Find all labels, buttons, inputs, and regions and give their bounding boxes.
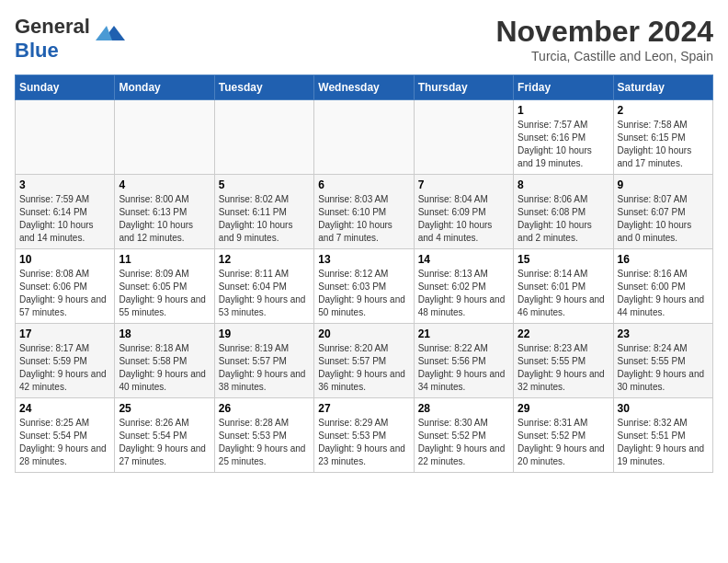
day-detail: Sunrise: 8:06 AM Sunset: 6:08 PM Dayligh… — [518, 193, 609, 245]
logo-icon — [96, 22, 125, 46]
day-detail: Sunrise: 8:08 AM Sunset: 6:06 PM Dayligh… — [19, 268, 110, 319]
day-detail: Sunrise: 8:31 AM Sunset: 5:52 PM Dayligh… — [518, 417, 609, 468]
day-number: 27 — [318, 402, 409, 415]
day-detail: Sunrise: 8:09 AM Sunset: 6:05 PM Dayligh… — [119, 268, 210, 319]
day-detail: Sunrise: 8:18 AM Sunset: 5:58 PM Dayligh… — [119, 342, 210, 394]
day-detail: Sunrise: 7:57 AM Sunset: 6:16 PM Dayligh… — [518, 119, 609, 170]
calendar-cell: 9Sunrise: 8:07 AM Sunset: 6:07 PM Daylig… — [613, 175, 712, 249]
calendar-cell — [314, 100, 414, 175]
calendar-cell: 16Sunrise: 8:16 AM Sunset: 6:00 PM Dayli… — [613, 249, 712, 324]
calendar-cell: 29Sunrise: 8:31 AM Sunset: 5:52 PM Dayli… — [514, 398, 613, 473]
calendar-header-row: SundayMondayTuesdayWednesdayThursdayFrid… — [16, 75, 713, 100]
day-detail: Sunrise: 8:26 AM Sunset: 5:54 PM Dayligh… — [119, 417, 210, 468]
day-number: 14 — [418, 253, 509, 266]
day-number: 3 — [19, 178, 110, 191]
day-detail: Sunrise: 8:13 AM Sunset: 6:02 PM Dayligh… — [418, 268, 509, 319]
title-block: November 2024 Turcia, Castille and Leon,… — [495, 15, 713, 63]
week-row-2: 3Sunrise: 7:59 AM Sunset: 6:14 PM Daylig… — [16, 175, 713, 249]
calendar-cell — [115, 100, 214, 175]
day-detail: Sunrise: 8:24 AM Sunset: 5:55 PM Dayligh… — [618, 342, 709, 394]
day-detail: Sunrise: 8:30 AM Sunset: 5:52 PM Dayligh… — [418, 417, 509, 468]
day-detail: Sunrise: 8:22 AM Sunset: 5:56 PM Dayligh… — [418, 342, 509, 394]
calendar-cell: 10Sunrise: 8:08 AM Sunset: 6:06 PM Dayli… — [16, 249, 115, 324]
day-detail: Sunrise: 8:16 AM Sunset: 6:00 PM Dayligh… — [618, 268, 709, 319]
day-number: 9 — [618, 178, 709, 191]
header: General Blue November 2024 Turcia, Casti… — [15, 15, 713, 63]
day-detail: Sunrise: 8:14 AM Sunset: 6:01 PM Dayligh… — [518, 268, 609, 319]
calendar-cell: 26Sunrise: 8:28 AM Sunset: 5:53 PM Dayli… — [214, 398, 313, 473]
calendar-cell: 17Sunrise: 8:17 AM Sunset: 5:59 PM Dayli… — [16, 324, 115, 398]
day-header-thursday: Thursday — [414, 75, 513, 100]
day-header-monday: Monday — [115, 75, 214, 100]
calendar-cell — [16, 100, 115, 175]
day-number: 20 — [318, 327, 409, 340]
calendar-cell: 7Sunrise: 8:04 AM Sunset: 6:09 PM Daylig… — [414, 175, 513, 249]
calendar-cell: 20Sunrise: 8:20 AM Sunset: 5:57 PM Dayli… — [314, 324, 414, 398]
day-number: 30 — [618, 402, 709, 415]
day-detail: Sunrise: 8:25 AM Sunset: 5:54 PM Dayligh… — [19, 417, 110, 468]
calendar-cell: 28Sunrise: 8:30 AM Sunset: 5:52 PM Dayli… — [414, 398, 513, 473]
day-detail: Sunrise: 8:29 AM Sunset: 5:53 PM Dayligh… — [318, 417, 409, 468]
day-number: 24 — [19, 402, 110, 415]
day-number: 4 — [119, 178, 210, 191]
day-header-sunday: Sunday — [16, 75, 115, 100]
day-detail: Sunrise: 8:28 AM Sunset: 5:53 PM Dayligh… — [219, 417, 310, 468]
day-header-saturday: Saturday — [613, 75, 712, 100]
calendar-cell: 22Sunrise: 8:23 AM Sunset: 5:55 PM Dayli… — [514, 324, 613, 398]
day-number: 13 — [318, 253, 409, 266]
logo: General Blue — [15, 15, 125, 63]
day-number: 17 — [19, 327, 110, 340]
calendar-cell: 25Sunrise: 8:26 AM Sunset: 5:54 PM Dayli… — [115, 398, 214, 473]
day-detail: Sunrise: 7:59 AM Sunset: 6:14 PM Dayligh… — [19, 193, 110, 245]
day-number: 15 — [518, 253, 609, 266]
week-row-3: 10Sunrise: 8:08 AM Sunset: 6:06 PM Dayli… — [16, 249, 713, 324]
day-detail: Sunrise: 8:19 AM Sunset: 5:57 PM Dayligh… — [219, 342, 310, 394]
calendar-cell: 30Sunrise: 8:32 AM Sunset: 5:51 PM Dayli… — [613, 398, 712, 473]
day-detail: Sunrise: 8:03 AM Sunset: 6:10 PM Dayligh… — [318, 193, 409, 245]
calendar-cell: 11Sunrise: 8:09 AM Sunset: 6:05 PM Dayli… — [115, 249, 214, 324]
day-detail: Sunrise: 7:58 AM Sunset: 6:15 PM Dayligh… — [618, 119, 709, 170]
day-number: 25 — [119, 402, 210, 415]
day-number: 2 — [618, 104, 709, 117]
calendar-cell: 24Sunrise: 8:25 AM Sunset: 5:54 PM Dayli… — [16, 398, 115, 473]
day-header-friday: Friday — [514, 75, 613, 100]
day-detail: Sunrise: 8:32 AM Sunset: 5:51 PM Dayligh… — [618, 417, 709, 468]
day-number: 10 — [19, 253, 110, 266]
day-detail: Sunrise: 8:07 AM Sunset: 6:07 PM Dayligh… — [618, 193, 709, 245]
calendar-cell: 13Sunrise: 8:12 AM Sunset: 6:03 PM Dayli… — [314, 249, 414, 324]
day-number: 8 — [518, 178, 609, 191]
day-detail: Sunrise: 8:04 AM Sunset: 6:09 PM Dayligh… — [418, 193, 509, 245]
logo-blue: Blue — [15, 39, 59, 62]
day-number: 28 — [418, 402, 509, 415]
calendar-cell: 3Sunrise: 7:59 AM Sunset: 6:14 PM Daylig… — [16, 175, 115, 249]
calendar-cell: 19Sunrise: 8:19 AM Sunset: 5:57 PM Dayli… — [214, 324, 313, 398]
month-title: November 2024 — [495, 15, 713, 49]
day-number: 19 — [219, 327, 310, 340]
day-header-wednesday: Wednesday — [314, 75, 414, 100]
day-number: 29 — [518, 402, 609, 415]
calendar-cell — [214, 100, 313, 175]
calendar-cell: 21Sunrise: 8:22 AM Sunset: 5:56 PM Dayli… — [414, 324, 513, 398]
day-detail: Sunrise: 8:17 AM Sunset: 5:59 PM Dayligh… — [19, 342, 110, 394]
day-detail: Sunrise: 8:11 AM Sunset: 6:04 PM Dayligh… — [219, 268, 310, 319]
day-detail: Sunrise: 8:23 AM Sunset: 5:55 PM Dayligh… — [518, 342, 609, 394]
calendar-cell: 2Sunrise: 7:58 AM Sunset: 6:15 PM Daylig… — [613, 100, 712, 175]
day-number: 11 — [119, 253, 210, 266]
day-number: 18 — [119, 327, 210, 340]
week-row-1: 1Sunrise: 7:57 AM Sunset: 6:16 PM Daylig… — [16, 100, 713, 175]
calendar-cell: 8Sunrise: 8:06 AM Sunset: 6:08 PM Daylig… — [514, 175, 613, 249]
day-number: 5 — [219, 178, 310, 191]
calendar-cell: 18Sunrise: 8:18 AM Sunset: 5:58 PM Dayli… — [115, 324, 214, 398]
day-header-tuesday: Tuesday — [214, 75, 313, 100]
calendar-cell — [414, 100, 513, 175]
calendar-cell: 12Sunrise: 8:11 AM Sunset: 6:04 PM Dayli… — [214, 249, 313, 324]
logo-general: General — [15, 15, 90, 38]
calendar-cell: 4Sunrise: 8:00 AM Sunset: 6:13 PM Daylig… — [115, 175, 214, 249]
day-detail: Sunrise: 8:12 AM Sunset: 6:03 PM Dayligh… — [318, 268, 409, 319]
calendar-cell: 5Sunrise: 8:02 AM Sunset: 6:11 PM Daylig… — [214, 175, 313, 249]
day-number: 7 — [418, 178, 509, 191]
day-number: 1 — [518, 104, 609, 117]
day-number: 16 — [618, 253, 709, 266]
calendar-cell: 15Sunrise: 8:14 AM Sunset: 6:01 PM Dayli… — [514, 249, 613, 324]
day-number: 21 — [418, 327, 509, 340]
